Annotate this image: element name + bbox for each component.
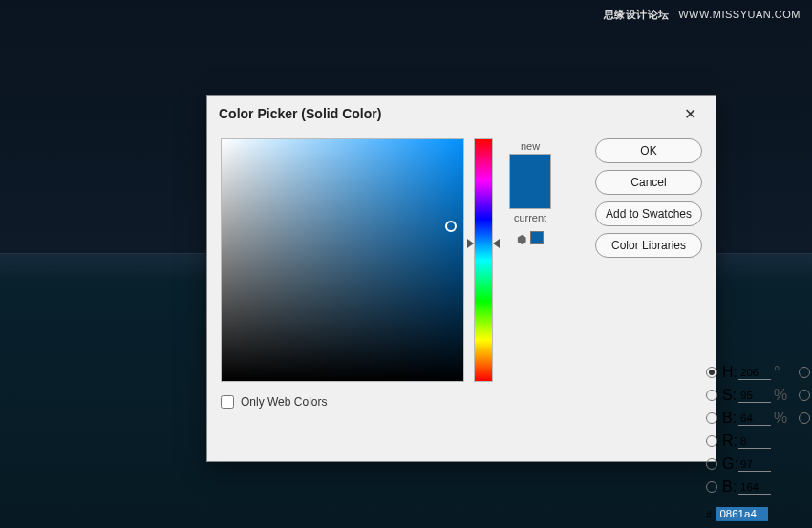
add-to-swatches-button[interactable]: Add to Swatches (595, 201, 702, 226)
mini-swatch[interactable] (530, 231, 544, 244)
r-radio[interactable] (706, 435, 717, 447)
hue-handle-left-icon (467, 239, 474, 248)
cancel-button[interactable]: Cancel (595, 170, 702, 195)
s-radio[interactable] (706, 390, 717, 401)
g-radio[interactable] (706, 458, 717, 470)
color-fields: H: ° S: % B: % R: (706, 364, 812, 521)
b-hsb-unit: % (774, 410, 785, 427)
close-icon[interactable]: ✕ (676, 101, 704, 127)
titlebar: Color Picker (Solid Color) ✕ (207, 96, 716, 131)
s-row: S: % (706, 387, 785, 404)
dialog-title: Color Picker (Solid Color) (219, 106, 381, 121)
y-row: Y: % (799, 478, 812, 496)
watermark-chinese: 思缘设计论坛 (604, 9, 670, 20)
s-input[interactable] (738, 389, 771, 403)
r-label: R: (722, 433, 736, 450)
b-rgb-input[interactable] (738, 480, 771, 495)
s-label: S: (722, 387, 736, 404)
watermark: 思缘设计论坛 WWW.MISSYUAN.COM (604, 8, 801, 22)
color-libraries-button[interactable]: Color Libraries (595, 233, 702, 258)
preview-column: new current ⬢ (502, 138, 558, 409)
b-rgb-radio[interactable] (706, 481, 717, 493)
h-unit: ° (774, 364, 785, 381)
b-hsb-label: B: (722, 410, 736, 427)
b-rgb-row: B: (706, 478, 785, 496)
saturation-value-field[interactable] (221, 138, 464, 382)
lab-cmyk-column: L: a: b: C: % (799, 364, 812, 521)
m-row: M: % (799, 455, 812, 473)
left-column: Only Web Colors (221, 138, 464, 409)
b-hsb-input[interactable] (738, 412, 771, 426)
new-label: new (521, 140, 540, 152)
b-hsb-radio[interactable] (706, 412, 717, 424)
swatch-stack (509, 154, 551, 209)
k-row: K: % (799, 501, 812, 518)
g-input[interactable] (738, 457, 771, 472)
button-stack: OK Cancel Add to Swatches Color Librarie… (567, 138, 702, 258)
g-row: G: (706, 455, 785, 473)
c-row: C: % (799, 433, 812, 450)
a-row: a: (799, 387, 812, 404)
b-hsb-row: B: % (706, 410, 785, 427)
watermark-url: WWW.MISSYUAN.COM (678, 9, 801, 20)
hsb-rgb-column: H: ° S: % B: % R: (706, 364, 785, 521)
ok-button[interactable]: OK (595, 138, 702, 163)
hex-input[interactable] (716, 507, 768, 521)
right-column: OK Cancel Add to Swatches Color Librarie… (567, 138, 702, 409)
dialog-body: Only Web Colors new current ⬢ OK (207, 131, 716, 422)
current-label: current (514, 212, 546, 223)
h-input[interactable] (738, 366, 771, 380)
g-label: G: (722, 455, 736, 473)
hue-handle-right-icon (493, 239, 500, 248)
cube-icon[interactable]: ⬢ (517, 233, 526, 246)
hue-slider[interactable] (474, 138, 493, 382)
sv-cursor-icon (445, 221, 457, 232)
new-color-swatch[interactable] (510, 155, 550, 181)
l-radio[interactable] (799, 367, 810, 378)
b-lab-radio[interactable] (799, 412, 810, 424)
h-label: H: (722, 364, 736, 381)
r-input[interactable] (738, 434, 771, 449)
a-radio[interactable] (799, 390, 810, 401)
hex-label: # (706, 509, 712, 520)
h-row: H: ° (706, 364, 785, 381)
l-row: L: (799, 364, 812, 381)
b-rgb-label: B: (722, 478, 736, 496)
current-color-swatch[interactable] (510, 181, 550, 208)
color-picker-dialog: Color Picker (Solid Color) ✕ Only Web Co… (206, 95, 716, 462)
only-web-colors-label: Only Web Colors (241, 395, 327, 409)
hue-column (474, 138, 493, 409)
hex-row: # (706, 507, 785, 521)
b-lab-row: b: (799, 410, 812, 427)
only-web-colors-input[interactable] (221, 395, 234, 409)
r-row: R: (706, 433, 785, 450)
s-unit: % (774, 387, 785, 404)
h-radio[interactable] (706, 367, 717, 378)
only-web-colors-checkbox[interactable]: Only Web Colors (221, 395, 464, 409)
